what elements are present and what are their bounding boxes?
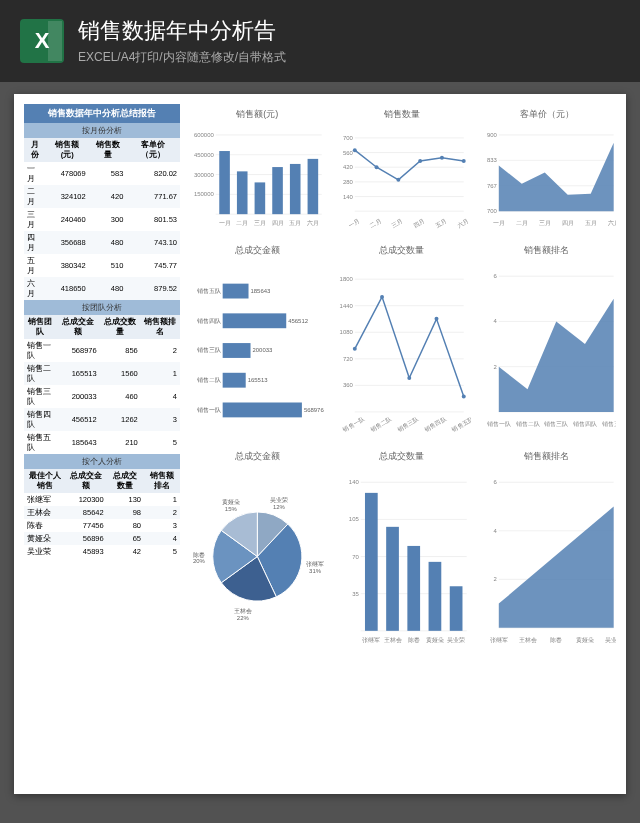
chart-team-qty: 总成交数量360720108014401800销售一队销售二队销售三队销售四队销…: [333, 240, 472, 440]
svg-text:12%: 12%: [273, 504, 286, 510]
svg-point-36: [440, 156, 444, 160]
svg-text:销售三队: 销售三队: [196, 347, 221, 353]
chart-monthly-qty: 销售数量140280420560700一月二月三月四月五月六月: [333, 104, 472, 234]
svg-rect-131: [428, 562, 441, 631]
svg-text:三月: 三月: [539, 220, 551, 226]
svg-text:700: 700: [343, 135, 354, 141]
svg-text:销售四队: 销售四队: [422, 415, 447, 433]
chart-monthly-sales: 销售额(元)150000300000450000600000一月二月三月四月五月…: [188, 104, 327, 234]
svg-text:陈春: 陈春: [193, 552, 205, 558]
svg-text:销售三队: 销售三队: [544, 421, 569, 427]
svg-text:6: 6: [494, 273, 498, 279]
svg-text:五月: 五月: [434, 218, 447, 229]
svg-point-85: [380, 295, 384, 299]
svg-text:900: 900: [487, 132, 498, 138]
charts-grid: 销售额(元)150000300000450000600000一月二月三月四月五月…: [188, 104, 616, 784]
svg-text:185643: 185643: [250, 288, 271, 294]
svg-text:165513: 165513: [248, 377, 269, 383]
svg-rect-19: [308, 159, 319, 214]
svg-text:450000: 450000: [194, 152, 215, 158]
svg-point-34: [396, 178, 400, 182]
svg-text:568976: 568976: [304, 407, 325, 413]
svg-text:二月: 二月: [236, 220, 248, 226]
page-header: 销售数据年中分析告 EXCEL/A4打印/内容随意修改/自带格式: [0, 0, 640, 82]
svg-text:五月: 五月: [585, 220, 597, 226]
svg-text:2: 2: [494, 576, 497, 582]
section-individual-title: 按个人分析: [24, 454, 180, 469]
svg-text:1440: 1440: [339, 303, 353, 309]
svg-text:销售二队: 销售二队: [368, 415, 393, 433]
svg-text:150000: 150000: [194, 191, 215, 197]
page-title: 销售数据年中分析告: [78, 16, 286, 46]
svg-text:一月: 一月: [347, 218, 360, 229]
excel-icon: [20, 19, 64, 63]
svg-text:833: 833: [487, 157, 498, 163]
svg-rect-58: [223, 284, 249, 299]
svg-text:五月: 五月: [289, 220, 301, 226]
svg-text:销售五队: 销售五队: [196, 288, 221, 294]
svg-text:王林会: 王林会: [234, 608, 252, 614]
chart-ind-pie: 总成交金额吴业荣12%张继军31%王林会22%陈春20%黄娅朵15%: [188, 446, 327, 656]
svg-text:吴业荣: 吴业荣: [270, 497, 288, 503]
svg-point-35: [418, 159, 422, 163]
chart-ind-rank: 销售额排名246张继军王林会陈春黄娅朵吴业荣: [477, 446, 616, 656]
svg-text:767: 767: [487, 183, 497, 189]
svg-text:销售四队: 销售四队: [572, 421, 597, 427]
svg-text:15%: 15%: [225, 506, 238, 512]
svg-rect-9: [219, 151, 230, 214]
svg-point-32: [352, 148, 356, 152]
individual-table: 最佳个人销售总成交金额总成交数量销售额排名张继军1203001301王林会856…: [24, 469, 180, 558]
svg-point-84: [352, 347, 356, 351]
svg-rect-11: [237, 171, 248, 214]
team-table: 销售团队总成交金额总成交数量销售额排名销售一队5689768562销售二队165…: [24, 315, 180, 454]
svg-text:三月: 三月: [390, 218, 403, 229]
report-title: 销售数据年中分析总结报告: [24, 104, 180, 123]
chart-ind-qty: 总成交数量3570105140张继军王林会陈春黄娅朵吴业荣: [333, 446, 472, 656]
svg-text:吴业荣: 吴业荣: [447, 637, 465, 643]
svg-text:1080: 1080: [339, 329, 353, 335]
svg-text:560: 560: [343, 150, 354, 156]
svg-text:吴业荣: 吴业荣: [605, 637, 616, 643]
chart-monthly-unit: 客单价（元）700767833900一月二月三月四月五月六月: [477, 104, 616, 234]
svg-text:三月: 三月: [254, 220, 266, 226]
svg-rect-125: [365, 493, 378, 631]
svg-text:张继军: 张继军: [490, 637, 508, 643]
data-tables-panel: 销售数据年中分析总结报告 按月份分析 月份销售额(元)销售数量客单价（元）一月4…: [24, 104, 180, 558]
svg-text:销售一队: 销售一队: [341, 415, 366, 433]
svg-text:销售四队: 销售四队: [196, 318, 221, 324]
document-preview: 销售数据年中分析总结报告 按月份分析 月份销售额(元)销售数量客单价（元）一月4…: [14, 94, 626, 794]
svg-text:六月: 六月: [455, 217, 469, 229]
svg-text:陈春: 陈春: [407, 637, 419, 643]
svg-text:4: 4: [494, 528, 498, 534]
svg-text:4: 4: [494, 318, 498, 324]
svg-text:一月: 一月: [219, 220, 231, 226]
svg-text:六月: 六月: [307, 219, 319, 226]
monthly-table: 月份销售额(元)销售数量客单价（元）一月478069583820.02二月324…: [24, 138, 180, 300]
svg-text:一月: 一月: [493, 220, 505, 226]
svg-text:销售一队: 销售一队: [196, 407, 221, 413]
svg-text:140: 140: [348, 479, 359, 485]
svg-text:720: 720: [343, 356, 354, 362]
svg-rect-129: [407, 546, 420, 631]
svg-text:300000: 300000: [194, 172, 215, 178]
svg-text:31%: 31%: [309, 568, 322, 574]
svg-text:销售五队: 销售五队: [601, 421, 616, 427]
chart-team-rank: 销售额排名246销售一队销售二队销售三队销售四队销售五队: [477, 240, 616, 440]
svg-text:456512: 456512: [288, 318, 308, 324]
chart-team-amount: 总成交金额销售五队185643销售四队456512销售三队200033销售二队1…: [188, 240, 327, 440]
svg-point-88: [461, 394, 465, 398]
svg-text:黄娅朵: 黄娅朵: [222, 499, 240, 505]
svg-text:105: 105: [348, 516, 359, 522]
svg-text:陈春: 陈春: [551, 637, 563, 643]
svg-rect-133: [449, 586, 462, 631]
svg-text:四月: 四月: [412, 218, 425, 229]
svg-text:420: 420: [343, 164, 354, 170]
svg-text:6: 6: [494, 479, 498, 485]
svg-text:2: 2: [494, 364, 497, 370]
svg-text:黄娅朵: 黄娅朵: [426, 637, 444, 643]
svg-text:70: 70: [352, 554, 359, 560]
svg-text:销售二队: 销售二队: [196, 377, 221, 383]
svg-text:二月: 二月: [369, 218, 382, 229]
svg-text:销售五队: 销售五队: [450, 415, 472, 433]
svg-point-86: [407, 376, 411, 380]
